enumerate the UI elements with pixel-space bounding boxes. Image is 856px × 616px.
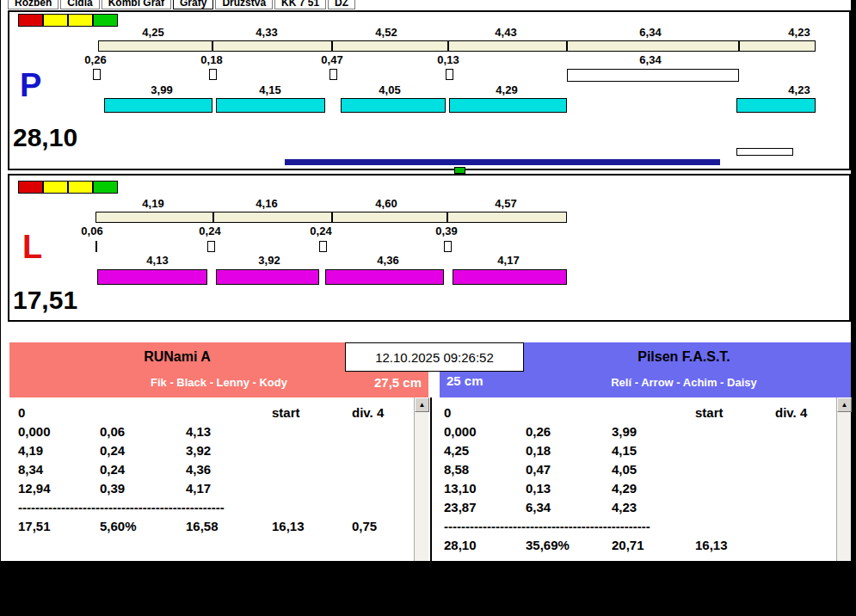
- yellow-light-icon: [68, 14, 93, 27]
- cell: 8,34: [18, 462, 100, 477]
- table-row: 0,000 0,06 4,13: [9, 422, 428, 440]
- left-team-name: RUNami A: [9, 349, 345, 365]
- cell: 3,99: [612, 424, 695, 439]
- cell: start: [272, 405, 352, 420]
- app-window: Rozběh Čidla Kombi Graf Grafy Družstva K…: [0, 0, 856, 616]
- cell: 0,24: [100, 443, 186, 458]
- yellow-light-icon: [68, 181, 93, 194]
- change-marker: [95, 241, 97, 252]
- red-light-icon: [18, 181, 43, 194]
- lane-p-letter: P: [20, 71, 41, 100]
- change-marker: [329, 69, 337, 80]
- table-row: 4,25 0,18 4,15: [432, 440, 851, 459]
- leg-bar: [212, 40, 332, 52]
- dog-time-label: 4,17: [497, 255, 519, 266]
- cell: 4,13: [186, 424, 272, 439]
- yellow-light-icon: [43, 14, 68, 27]
- leg-time-label: 4,19: [142, 198, 163, 209]
- dog-time-label: 3,92: [258, 255, 280, 266]
- cell: 0,000: [18, 424, 100, 439]
- separator-row: ----------------------------------------…: [432, 516, 851, 535]
- dog-time-label: 4,13: [146, 255, 168, 266]
- bottom-black-band: [0, 561, 856, 616]
- left-jump-height: 27,5 cm: [374, 375, 422, 390]
- change-marker: [444, 241, 452, 252]
- separator-row: ----------------------------------------…: [9, 497, 428, 516]
- tab-kk[interactable]: KK 7 51: [274, 0, 326, 9]
- table-row: 8,58 0,47 4,05: [432, 459, 851, 478]
- leg-bar: [332, 40, 448, 52]
- leg-bar: [567, 40, 739, 52]
- right-table-scrollbar[interactable]: ▲: [836, 397, 851, 561]
- leg-time-label: 4,23: [788, 27, 810, 38]
- cell: 0,24: [100, 462, 186, 477]
- table-row: 13,10 0,13 4,29: [432, 478, 851, 497]
- cell: 35,69%: [526, 538, 612, 552]
- cell: 0: [18, 405, 100, 420]
- cell: 0,26: [526, 424, 612, 439]
- tab-kombi-graf[interactable]: Kombi Graf: [102, 0, 171, 9]
- tab-grafy[interactable]: Grafy: [173, 0, 213, 9]
- tab-rozbeh[interactable]: Rozběh: [8, 0, 59, 9]
- dog-time-label: 4,05: [379, 84, 400, 95]
- lane-l-total-time: 17,51: [13, 287, 77, 313]
- separator-line: ----------------------------------------…: [18, 500, 428, 514]
- tab-dz[interactable]: DŽ: [328, 0, 355, 9]
- cell: 16,13: [695, 538, 775, 552]
- right-results-table: 0 start div. 4 0,000 0,26 3,99 4,25 0,18…: [430, 397, 851, 561]
- leg-time-label: 4,52: [375, 27, 397, 38]
- summary-row: 17,51 5,60% 16,58 16,13 0,75: [9, 516, 428, 535]
- cell: 4,23: [612, 500, 695, 514]
- cell: 16,13: [272, 519, 352, 533]
- right-jump-height: 25 cm: [446, 373, 483, 388]
- cell: 6,34: [526, 500, 612, 514]
- leg-time-label: 4,43: [495, 27, 516, 38]
- change-time-label: 0,24: [310, 225, 331, 237]
- cell: 0,06: [100, 424, 186, 439]
- leg-bar: [213, 212, 332, 223]
- cell: 4,05: [612, 462, 695, 477]
- yellow-light-icon: [43, 181, 68, 194]
- results-section: RUNami A Fik - Black - Lenny - Kody 27,5…: [9, 342, 851, 561]
- table-header-row: 0 start div. 4: [432, 403, 851, 422]
- dog-time-label: 4,15: [259, 84, 280, 95]
- change-marker: [209, 69, 217, 80]
- dog-time-label: 4,36: [377, 255, 398, 266]
- cell: start: [695, 405, 775, 420]
- leg-time-label: 4,60: [375, 198, 397, 209]
- start-lights-p: [18, 14, 118, 27]
- cell: 17,51: [18, 519, 100, 533]
- dog-time-bar: [97, 269, 207, 285]
- cell: 4,36: [186, 462, 272, 477]
- dog-time-label: 3,99: [151, 84, 172, 95]
- tab-cidla[interactable]: Čidla: [60, 0, 99, 9]
- cell: 0,18: [526, 443, 612, 458]
- right-team-name: Pilsen F.A.S.T.: [524, 349, 844, 365]
- tab-bar: Rozběh Čidla Kombi Graf Grafy Družstva K…: [8, 0, 355, 9]
- leg-time-label: 4,16: [256, 198, 277, 209]
- green-light-icon: [93, 181, 118, 194]
- lane-l-letter: L: [22, 232, 42, 262]
- table-row: 4,19 0,24 3,92: [9, 440, 428, 459]
- table-row: 8,34 0,24 4,36: [9, 459, 428, 478]
- dog-time-bar: [736, 98, 816, 113]
- scroll-up-icon[interactable]: ▲: [837, 397, 852, 412]
- cell: 4,19: [18, 443, 100, 458]
- main-window: Rozběh Čidla Kombi Graf Grafy Družstva K…: [0, 0, 851, 562]
- table-row: 0,000 0,26 3,99: [432, 422, 851, 440]
- change-time-label: 0,18: [200, 54, 222, 65]
- dog-time-bar: [453, 269, 567, 285]
- change-marker: [319, 241, 327, 252]
- dog-time-bar: [325, 269, 444, 285]
- change-time-label: 0,39: [435, 225, 457, 237]
- leg-time-label: 4,33: [256, 27, 277, 38]
- scroll-up-icon[interactable]: ▲: [415, 397, 429, 412]
- tab-druzstva[interactable]: Družstva: [215, 0, 273, 9]
- change-marker-wide: [567, 69, 739, 82]
- left-table-scrollbar[interactable]: ▲: [414, 397, 428, 561]
- change-time-label: 0,26: [84, 54, 106, 65]
- table-row: 23,87 6,34 4,23: [432, 497, 851, 516]
- cell: 0,000: [444, 424, 526, 439]
- change-marker: [207, 241, 215, 252]
- change-marker: [446, 69, 453, 80]
